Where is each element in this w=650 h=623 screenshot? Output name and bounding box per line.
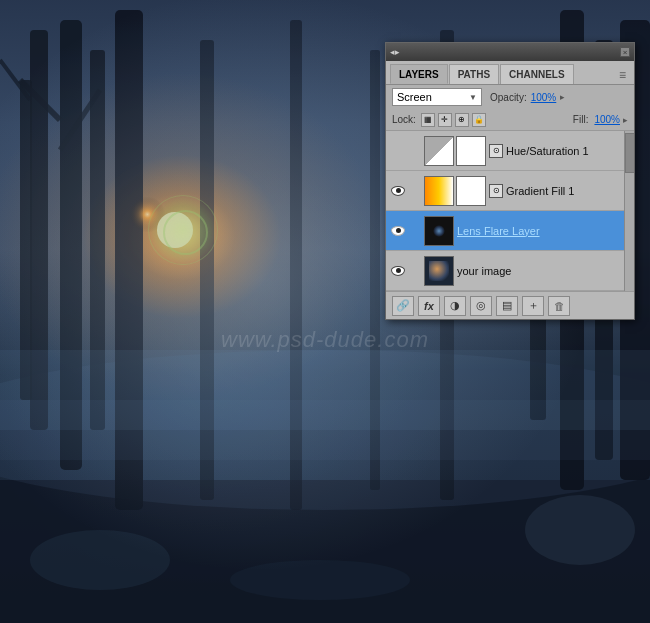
- layer-visibility-lens-flare[interactable]: [390, 223, 406, 239]
- blend-mode-value: Screen: [397, 91, 432, 103]
- layers-list: ⊙ Hue/Saturation 1 ⊙ Gradient Fill 1: [386, 131, 634, 291]
- layer-thumb-hue-sat: [424, 136, 454, 166]
- layer-thumb-lens-flare: [424, 216, 454, 246]
- scrollbar-thumb[interactable]: [625, 133, 634, 173]
- layer-link-gradient: [409, 183, 421, 199]
- layer-name-gradient: Gradient Fill 1: [506, 185, 630, 197]
- lock-checkerboard-icon[interactable]: ▦: [421, 113, 435, 127]
- fill-label: Fill:: [573, 114, 589, 125]
- link-button[interactable]: 🔗: [392, 296, 414, 316]
- blend-mode-row: Screen ▼ Opacity: 100% ▸: [386, 85, 634, 109]
- layer-lens-flare[interactable]: Lens Flare Layer: [386, 211, 634, 251]
- layer-thumb-group-your-image: [424, 256, 454, 286]
- layers-panel: ◂▸ × LAYERS PATHS CHANNELS ≡ Screen ▼ Op…: [385, 42, 635, 320]
- tab-channels[interactable]: CHANNELS: [500, 64, 574, 84]
- eye-pupil-lens-flare: [396, 228, 401, 233]
- eye-pupil-your-image: [396, 268, 401, 273]
- panel-menu-button[interactable]: ≡: [615, 66, 630, 84]
- layer-hue-saturation[interactable]: ⊙ Hue/Saturation 1: [386, 131, 634, 171]
- layers-scrollbar[interactable]: [624, 131, 634, 291]
- layer-adjustment-icon-hue-sat: ⊙: [489, 144, 503, 158]
- layer-adjustment-icon-gradient: ⊙: [489, 184, 503, 198]
- fill-arrow[interactable]: ▸: [623, 115, 628, 125]
- layer-name-your-image: your image: [457, 265, 630, 277]
- layer-link-your-image: [409, 263, 421, 279]
- panel-close-button[interactable]: ×: [620, 47, 630, 57]
- eye-icon-your-image: [391, 266, 405, 276]
- layer-thumb-group-hue-sat: [424, 136, 486, 166]
- panel-collapse-arrows[interactable]: ◂▸: [390, 47, 400, 57]
- layer-name-lens-flare: Lens Flare Layer: [457, 225, 630, 237]
- panel-titlebar: ◂▸ ×: [386, 43, 634, 61]
- layer-thumb-group-gradient: [424, 176, 486, 206]
- layer-link-lens-flare: [409, 223, 421, 239]
- layer-name-hue-sat: Hue/Saturation 1: [506, 145, 630, 157]
- fill-value[interactable]: 100%: [594, 114, 620, 125]
- lock-row: Lock: ▦ ✛ ⊕ 🔒 Fill: 100% ▸: [386, 109, 634, 131]
- delete-button[interactable]: 🗑: [548, 296, 570, 316]
- layer-thumb-gradient: [424, 176, 454, 206]
- blend-mode-arrow: ▼: [469, 93, 477, 102]
- layer-visibility-gradient[interactable]: [390, 183, 406, 199]
- lock-all-icon[interactable]: 🔒: [472, 113, 486, 127]
- lock-position-icon[interactable]: ⊕: [455, 113, 469, 127]
- opacity-value[interactable]: 100%: [531, 92, 557, 103]
- eye-icon-lens-flare: [391, 226, 405, 236]
- layer-visibility-your-image[interactable]: [390, 263, 406, 279]
- tab-paths[interactable]: PATHS: [449, 64, 499, 84]
- group-button[interactable]: ▤: [496, 296, 518, 316]
- mask-button[interactable]: ◑: [444, 296, 466, 316]
- blend-mode-select[interactable]: Screen ▼: [392, 88, 482, 106]
- layer-thumb-group-lens-flare: [424, 216, 454, 246]
- new-layer-button[interactable]: ＋: [522, 296, 544, 316]
- opacity-arrow[interactable]: ▸: [560, 92, 565, 102]
- layer-link-hue-sat: [409, 143, 421, 159]
- lock-move-icon[interactable]: ✛: [438, 113, 452, 127]
- tab-layers[interactable]: LAYERS: [390, 64, 448, 84]
- eye-icon-gradient: [391, 186, 405, 196]
- layer-your-image[interactable]: your image: [386, 251, 634, 291]
- layer-gradient-fill[interactable]: ⊙ Gradient Fill 1: [386, 171, 634, 211]
- panel-tabs: LAYERS PATHS CHANNELS ≡: [386, 61, 634, 85]
- fx-button[interactable]: fx: [418, 296, 440, 316]
- layer-mask-gradient: [456, 176, 486, 206]
- adjustment-button[interactable]: ◎: [470, 296, 492, 316]
- layer-thumb-your-image: [424, 256, 454, 286]
- layer-mask-hue-sat: [456, 136, 486, 166]
- layer-visibility-hue-sat[interactable]: [390, 143, 406, 159]
- eye-pupil-gradient: [396, 188, 401, 193]
- panel-bottom-toolbar: 🔗 fx ◑ ◎ ▤ ＋ 🗑: [386, 291, 634, 319]
- opacity-label: Opacity:: [490, 92, 527, 103]
- lock-label: Lock:: [392, 114, 416, 125]
